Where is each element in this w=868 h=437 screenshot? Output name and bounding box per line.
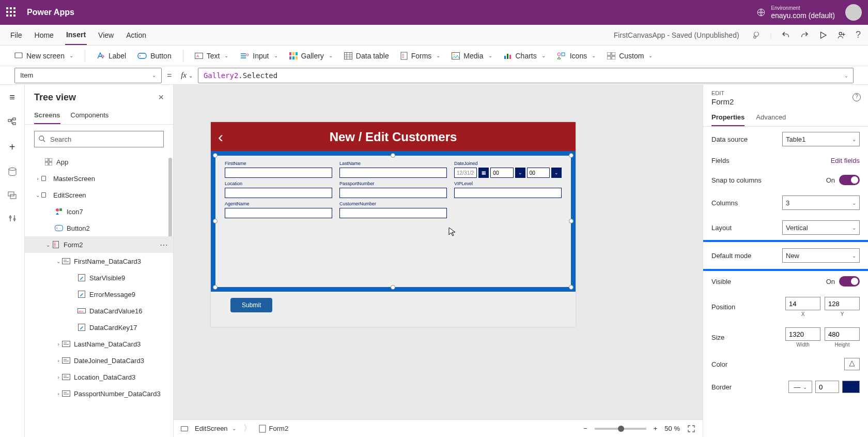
charts-button[interactable]: Charts⌄ [504,52,546,60]
tree-node[interactable]: ›LastName_DataCard3 [25,336,173,352]
tree-node[interactable]: ›PassportNumber_DataCard3 [25,385,173,402]
handle-l[interactable] [213,219,218,223]
handle-bl[interactable] [213,285,218,290]
input-button[interactable]: Input⌄ [240,52,277,60]
play-icon[interactable] [818,31,828,40]
border-color[interactable] [842,381,860,393]
tree-node[interactable]: DataCardKey17 [25,319,173,336]
size-h-input[interactable] [825,327,860,341]
button-button[interactable]: Button [137,52,171,60]
app-launcher-icon[interactable] [6,7,17,18]
menu-action[interactable]: Action [125,26,147,44]
tree-node[interactable]: ›Location_DataCard3 [25,369,173,385]
menu-insert[interactable]: Insert [65,25,87,45]
tree-node[interactable]: ›MasterScreen [25,170,173,187]
border-style[interactable]: — ⌄ [788,381,812,393]
visible-toggle[interactable] [839,276,860,287]
gallery-button[interactable]: Gallery⌄ [289,52,333,60]
tree-icon[interactable] [8,117,17,127]
min-dd-icon[interactable]: ⌄ [551,168,562,178]
custom-button[interactable]: Custom⌄ [607,52,653,60]
close-icon[interactable]: × [158,92,164,103]
datatable-button[interactable]: Data table [344,52,389,60]
edit-fields-link[interactable]: Edit fields [831,157,860,164]
prop-columns[interactable]: 3⌄ [782,195,860,210]
tree-node[interactable]: ⌄Form2 [25,236,173,253]
submit-button[interactable]: Submit [230,298,272,312]
calendar-icon[interactable]: ▦ [478,168,489,178]
label-button[interactable]: Label [97,52,126,60]
app-checker-icon[interactable] [752,31,761,40]
redo-icon[interactable] [800,31,809,40]
tree-node[interactable]: App [25,154,173,170]
field-custnum[interactable]: CustomerNumber [339,201,447,218]
new-screen-button[interactable]: New screen⌄ [14,52,73,60]
size-w-input[interactable] [785,327,820,341]
tree-node[interactable]: ErrorMessage9 [25,286,173,303]
hour-dd-icon[interactable]: ⌄ [515,168,525,178]
crumb-editscreen[interactable]: EditScreen⌄ [181,425,236,432]
icons-button[interactable]: Icons⌄ [557,52,596,60]
pos-y-input[interactable] [825,297,860,310]
media-rail-icon[interactable] [8,191,17,200]
property-dropdown[interactable]: Item⌄ [14,68,162,83]
handle-b[interactable] [391,285,395,290]
zoom-in[interactable]: + [654,425,658,432]
help-icon[interactable]: ? [856,29,861,40]
data-icon[interactable] [8,168,17,177]
menu-home[interactable]: Home [34,26,55,44]
back-icon[interactable]: ‹ [218,128,223,146]
tree-node[interactable]: abcDataCardValue16 [25,303,173,319]
tree-node[interactable]: StarVisible9 [25,269,173,286]
menu-view[interactable]: View [97,26,115,44]
border-width[interactable] [815,381,839,393]
tree-node[interactable]: ⌄EditScreen [25,187,173,203]
snap-toggle[interactable] [839,175,860,185]
undo-icon[interactable] [781,31,791,40]
tab-screens[interactable]: Screens [34,107,60,124]
plus-icon[interactable]: + [9,141,16,153]
tree-search[interactable]: Search [34,131,164,147]
user-avatar[interactable] [845,4,862,21]
tab-components[interactable]: Components [71,107,109,124]
media-button[interactable]: Media⌄ [452,52,492,60]
hamburger-icon[interactable]: ≡ [9,92,15,103]
prop-defaultmode[interactable]: New⌄ [782,248,860,263]
tab-advanced[interactable]: Advanced [756,113,786,126]
crumb-form2[interactable]: Form2 [259,425,289,433]
tree-node[interactable]: Button2 [25,220,173,236]
text-button[interactable]: A Text⌄ [195,52,229,60]
help-icon[interactable]: ? [853,93,861,101]
pos-x-input[interactable] [785,297,820,310]
prop-datasource[interactable]: Table1⌄ [782,132,860,146]
forms-button[interactable]: Forms⌄ [400,52,441,60]
tree-node[interactable]: ⌄FirstName_DataCard3 [25,253,173,269]
fx-label[interactable]: fx ⌄ [181,71,193,80]
formula-input[interactable]: Gallery2.Selected ⌄ [198,68,854,83]
field-passport[interactable]: PassportNumber [339,181,447,198]
canvas[interactable]: ‹ New / Edit Customers FirstName LastNam… [174,85,703,437]
handle-t[interactable] [391,153,395,158]
field-lastname[interactable]: LastName [339,161,447,178]
tree-node[interactable]: ›DateJoined_DataCard3 [25,352,173,369]
color-picker-btn[interactable] [844,358,860,370]
field-firstname[interactable]: FirstName [225,161,332,178]
tab-properties[interactable]: Properties [711,113,745,126]
field-location[interactable]: Location [225,181,332,198]
field-vip[interactable]: VIPLevel [454,181,562,198]
prop-layout[interactable]: Vertical⌄ [782,220,860,235]
tools-rail-icon[interactable] [8,214,17,223]
zoom-out[interactable]: − [583,425,587,432]
handle-r[interactable] [569,219,574,223]
environment-picker[interactable]: Environment enayu.com (default) [756,5,835,20]
field-datejoined[interactable]: DateJoined ▦ ⌄ ⌄ [454,161,562,178]
field-agent[interactable]: AgentName [225,201,332,218]
menu-file[interactable]: File [9,26,23,44]
form-selection[interactable]: FirstName LastName DateJoined ▦ ⌄ ⌄ [211,151,576,292]
handle-br[interactable] [569,285,574,290]
handle-tl[interactable] [213,153,218,158]
tree-node[interactable]: Icon7 [25,203,173,220]
fullscreen-icon[interactable] [687,425,695,433]
handle-tr[interactable] [569,153,574,158]
zoom-slider[interactable] [595,428,646,430]
